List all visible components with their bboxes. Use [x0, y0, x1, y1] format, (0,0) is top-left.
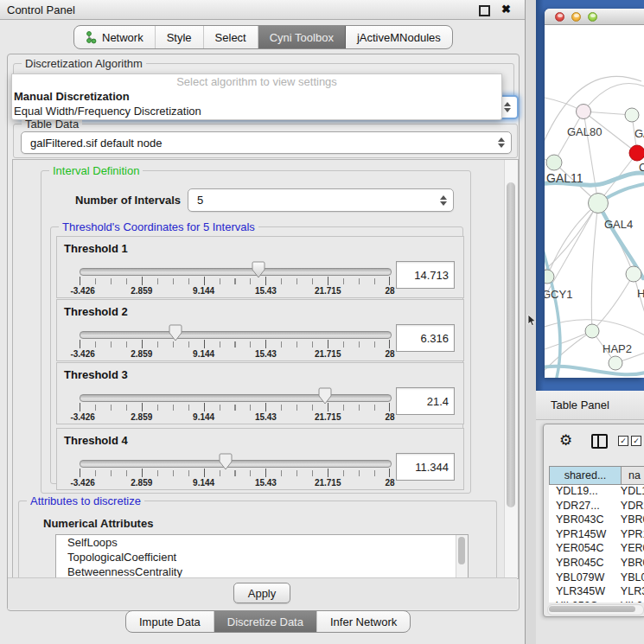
table-row[interactable]: YER054CYER0 [549, 542, 644, 557]
threshold-2-slider[interactable]: -3.426 2.859 9.144 15.43 21.715 28 [80, 322, 390, 357]
table-row[interactable]: YBR045CYBR0 [549, 557, 644, 571]
table-panel-titlebar: Table Panel [536, 391, 644, 420]
threshold-4-value-field[interactable]: 11.344 [396, 453, 455, 481]
table-row[interactable]: YLR345WYLR3 [549, 585, 644, 600]
node-label-gcy1: GCY1 [545, 288, 572, 301]
cell[interactable]: YBR0 [614, 557, 644, 571]
tab-jactivemnodules[interactable]: jActiveMNodules [346, 26, 452, 48]
tab-infer-network[interactable]: Infer Network [317, 611, 410, 632]
cell[interactable]: YDR27... [549, 500, 614, 514]
tab-impute-data[interactable]: Impute Data [126, 611, 214, 632]
cell[interactable]: YPR145W [549, 528, 614, 543]
cell[interactable]: YDR2 [614, 500, 644, 514]
slider-track[interactable] [80, 268, 392, 276]
cell[interactable]: YBL0 [614, 571, 644, 586]
list-scrollbar[interactable] [456, 535, 468, 579]
cell[interactable]: YBR043C [549, 513, 614, 528]
threshold-label: Threshold 2 [64, 305, 128, 318]
tick-label: 2.859 [131, 286, 152, 296]
slider-track[interactable] [80, 460, 392, 468]
intervals-value: 5 [197, 194, 203, 207]
settings-scrollbar[interactable] [504, 160, 518, 578]
table-body: YDL19...YDL1 YDR27...YDR2 YBR043CYBR0 YP… [549, 485, 644, 603]
table-panel-title: Table Panel [551, 399, 609, 411]
close-icon[interactable]: ✖ [501, 3, 511, 16]
slider-thumb[interactable] [252, 261, 265, 278]
network-canvas[interactable]: GAL80 GA C GAL11 GAL4 GCY1 H HAP2 [545, 24, 644, 378]
node-bottom-partial[interactable] [609, 356, 622, 370]
float-window-icon[interactable] [479, 5, 490, 16]
node-gal11[interactable] [546, 155, 562, 170]
cell[interactable]: YDL1 [614, 485, 644, 500]
attributes-list[interactable]: SelfLoops TopologicalCoefficient Between… [55, 534, 469, 579]
table-row[interactable]: YPR145WYPR1 [549, 528, 644, 543]
dropdown-option-manual[interactable]: Manual Discretization [12, 89, 501, 104]
table-row[interactable]: YDL19...YDL1 [549, 485, 644, 500]
tab-style[interactable]: Style [156, 26, 204, 48]
gear-icon[interactable]: ⚙ [559, 431, 572, 450]
node-selected-red[interactable] [629, 145, 644, 161]
node-hap2[interactable] [585, 324, 599, 338]
tab-label: Infer Network [330, 615, 397, 628]
threshold-2-value-field[interactable]: 6.316 [396, 324, 455, 352]
list-scrollbar-thumb[interactable] [458, 537, 465, 564]
cell[interactable]: YIL0 [614, 600, 644, 603]
minimize-traffic-light[interactable] [571, 12, 581, 22]
list-item[interactable]: TopologicalCoefficient [56, 550, 468, 564]
threshold-1-value-field[interactable]: 14.713 [396, 261, 455, 289]
slider-thumb[interactable] [169, 324, 182, 341]
number-of-intervals-combobox[interactable]: 5 [188, 188, 454, 212]
settings-scrollbar-thumb[interactable] [507, 182, 515, 507]
tab-cyni-toolbox[interactable]: Cyni Toolbox [258, 26, 346, 48]
slider-track[interactable] [80, 331, 392, 339]
table-row[interactable]: YDR27...YDR2 [549, 500, 644, 514]
table-horizontal-scrollbar[interactable] [547, 604, 644, 615]
cell[interactable]: YDL19... [549, 485, 614, 500]
table-row[interactable]: YBR043CYBR0 [549, 513, 644, 528]
threshold-3-value-field[interactable]: 21.4 [396, 387, 455, 415]
threshold-2-panel: Threshold 2 -3.426 2.859 9.144 15.43 21.… [56, 299, 464, 361]
zoom-traffic-light[interactable] [588, 12, 597, 22]
tab-network[interactable]: Network [74, 26, 156, 48]
node-gcy1[interactable] [545, 270, 554, 284]
slider-thumb[interactable] [318, 387, 332, 405]
apply-button[interactable]: Apply [233, 583, 290, 603]
tab-label: Impute Data [139, 615, 201, 628]
list-item[interactable]: SelfLoops [56, 535, 468, 550]
number-of-intervals-label: Number of Intervals [75, 194, 181, 207]
table-row[interactable]: YIL052CYIL0 [549, 600, 644, 603]
table-horizontal-scrollbar-thumb[interactable] [549, 606, 635, 612]
cell[interactable]: YBR0 [614, 513, 644, 528]
cell[interactable]: YER054C [549, 542, 614, 557]
table-data-combobox[interactable]: galFiltered.sif default node [21, 131, 512, 154]
threshold-1-slider[interactable]: -3.426 2.859 9.144 15.43 21.715 28 [80, 259, 390, 294]
select-checkbox-icon[interactable]: ✓ [631, 436, 641, 446]
cell[interactable]: YLR3 [614, 585, 644, 600]
node-gal4[interactable] [589, 194, 609, 214]
tab-discretize-data[interactable]: Discretize Data [214, 611, 317, 632]
tick-label: -3.426 [70, 286, 94, 296]
cell[interactable]: YER0 [614, 542, 644, 557]
cell[interactable]: YBL079W [549, 571, 614, 586]
node-gal80[interactable] [577, 105, 591, 119]
threshold-coordinates-group: Threshold's Coordinates for 5 Intervals … [50, 226, 463, 484]
slider-thumb[interactable] [219, 453, 233, 470]
threshold-4-slider[interactable]: -3.426 2.859 9.144 15.43 21.715 28 [80, 451, 390, 486]
threshold-label: Threshold 1 [64, 242, 128, 255]
cell[interactable]: YPR1 [614, 528, 644, 543]
slider-track[interactable] [80, 394, 392, 402]
cell[interactable]: YIL052C [549, 600, 614, 603]
threshold-3-slider[interactable]: -3.426 2.859 9.144 15.43 21.715 28 [80, 386, 390, 420]
close-traffic-light[interactable] [555, 12, 564, 22]
column-header-name[interactable]: na [622, 466, 644, 485]
cell[interactable]: YBR045C [549, 557, 614, 571]
node-his[interactable] [626, 266, 641, 282]
column-header-shared[interactable]: shared... [549, 466, 622, 485]
tab-select[interactable]: Select [204, 26, 258, 48]
dropdown-option-equal-width[interactable]: Equal Width/Frequency Discretization [12, 104, 501, 118]
table-row[interactable]: YBL079WYBL0 [549, 571, 644, 586]
select-all-checkbox-icon[interactable]: ✓ [618, 436, 628, 446]
node-top-right[interactable] [625, 108, 639, 122]
cell[interactable]: YLR345W [549, 585, 614, 600]
column-visibility-icon[interactable] [591, 434, 608, 449]
